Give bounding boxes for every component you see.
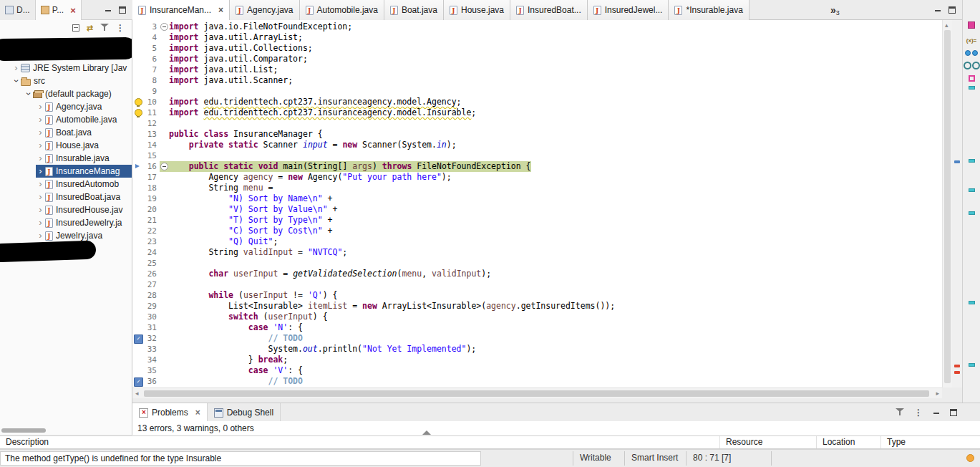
view-menu-icon[interactable]: [116, 23, 125, 33]
close-icon[interactable]: ×: [218, 6, 223, 14]
expand-arrow-icon[interactable]: ›: [11, 62, 21, 74]
filter-icon[interactable]: [896, 408, 904, 417]
tree-item-insurancemanag[interactable]: ›InsuranceManag: [36, 165, 132, 178]
column-header-type[interactable]: Type: [880, 436, 980, 448]
expand-arrow-icon[interactable]: ›: [36, 127, 45, 138]
scrollbar-thumb[interactable]: [144, 390, 929, 397]
close-icon[interactable]: ×: [70, 6, 76, 15]
column-header-resource[interactable]: Resource: [719, 436, 816, 448]
horizontal-scrollbar[interactable]: [0, 428, 132, 433]
annotation-marker[interactable]: [969, 86, 975, 90]
fold-space: [160, 322, 169, 333]
scroll-up-arrow[interactable]: ▴: [945, 20, 949, 30]
magenta-block-icon[interactable]: [968, 21, 975, 29]
breakpoints-icon[interactable]: [965, 50, 978, 56]
maximize-button[interactable]: [949, 6, 956, 14]
expand-arrow-icon[interactable]: ›: [36, 101, 45, 112]
tree-item-src[interactable]: ›src: [11, 74, 132, 87]
maximize-button[interactable]: [119, 6, 126, 14]
warn-marker-icon[interactable]: [132, 107, 143, 118]
magenta-outline-icon[interactable]: [969, 75, 975, 82]
expand-arrow-icon[interactable]: ›: [36, 153, 45, 164]
tab-overflow-chevron[interactable]: »3: [830, 0, 840, 20]
insert-mode-status[interactable]: Smart Insert: [624, 451, 686, 466]
column-header-description[interactable]: Description: [0, 436, 719, 448]
annotation-marker[interactable]: [969, 188, 975, 192]
editor-tab-insuredjewel[interactable]: InsuredJewel...: [588, 0, 669, 20]
scroll-right-arrow[interactable]: ▸: [936, 388, 939, 398]
notification-dot[interactable]: [966, 454, 974, 462]
tree-item-insuredautomob[interactable]: ›InsuredAutomob: [36, 178, 132, 191]
close-icon[interactable]: ×: [195, 408, 200, 417]
view-menu-icon[interactable]: [914, 408, 923, 418]
view-tab-debug-shell[interactable]: Debug Shell: [208, 403, 281, 422]
scrollbar-thumb[interactable]: [1, 428, 46, 433]
tree-item-insuredjewelry-ja[interactable]: ›InsuredJewelry.ja: [36, 216, 132, 229]
expand-arrow-icon[interactable]: ›: [36, 140, 45, 151]
scroll-left-arrow[interactable]: ◂: [135, 388, 139, 398]
task-marker-icon[interactable]: [132, 333, 143, 344]
expand-arrow-icon[interactable]: ›: [36, 178, 45, 190]
tree-item-agency-java[interactable]: ›Agency.java: [36, 100, 132, 113]
editor-vertical-scrollbar[interactable]: ▴: [942, 20, 952, 387]
maximize-button[interactable]: [950, 409, 957, 416]
tree-item-automobile-java[interactable]: ›Automobile.java: [36, 113, 132, 126]
fold-collapse-icon[interactable]: [160, 161, 169, 172]
link-with-editor-icon[interactable]: [87, 23, 93, 33]
project-tree[interactable]: ›JRE System Library [Jav›src›(default pa…: [0, 62, 132, 242]
tree-item-house-java[interactable]: ›House.java: [36, 139, 132, 152]
editor-tab-house-java[interactable]: House.java: [444, 0, 510, 20]
column-header-location[interactable]: Location: [816, 436, 880, 448]
line-number: 22: [143, 226, 160, 236]
expand-arrow-icon[interactable]: ›: [36, 217, 45, 228]
srcfolder-icon: [21, 79, 31, 86]
fold-space: [160, 32, 169, 43]
editor-tab-insurable-java[interactable]: *Insurable.java: [669, 0, 749, 20]
annotation-marker[interactable]: [969, 159, 975, 163]
annotation-marker[interactable]: [969, 301, 975, 304]
collapse-sash-arrow[interactable]: [422, 430, 431, 435]
editor-tab-insuranceman[interactable]: InsuranceMan...×: [132, 0, 230, 20]
warn-marker-icon[interactable]: [132, 97, 143, 107]
tree-item-jre-system-library-jav[interactable]: ›JRE System Library [Jav: [11, 62, 132, 74]
editor-tab-agency-java[interactable]: Agency.java: [230, 0, 299, 20]
tree-item-label: InsuredJewelry.ja: [56, 218, 122, 228]
code-line-29: 29 List<Insurable> itemList = new ArrayL…: [132, 301, 942, 312]
editor-horizontal-scrollbar[interactable]: ◂ ▸: [132, 387, 942, 398]
editor-tab-insuredboat[interactable]: InsuredBoat...: [510, 0, 588, 20]
overview-marker[interactable]: [954, 160, 960, 163]
editor-tab-automobile-java[interactable]: Automobile.java: [300, 0, 384, 20]
expand-arrow-icon[interactable]: ›: [36, 165, 45, 177]
code-text: import java.util.Collections;: [169, 43, 313, 54]
code-editor[interactable]: 3import java.io.FileNotFoundException;4i…: [132, 20, 942, 387]
tree-item-insuredhouse-jav[interactable]: ›InsuredHouse.jav: [36, 203, 132, 216]
editor-tab-boat-java[interactable]: Boat.java: [384, 0, 444, 20]
collapse-all-icon[interactable]: [72, 24, 79, 32]
overview-marker[interactable]: [954, 365, 960, 367]
expand-arrow-icon[interactable]: ›: [36, 204, 45, 216]
tree-item-insurable-java[interactable]: ›Insurable.java: [36, 152, 132, 165]
variables-icon[interactable]: [966, 34, 976, 44]
tree-item-default-package[interactable]: ›(default package): [24, 87, 132, 100]
minimize-button[interactable]: [934, 6, 941, 14]
minimize-button[interactable]: [105, 6, 112, 14]
task-marker-icon[interactable]: [132, 376, 143, 387]
scrollbar-thumb[interactable]: [944, 30, 951, 383]
expand-arrow-icon[interactable]: ›: [36, 191, 45, 203]
fold-space: [160, 172, 169, 183]
tree-item-insuredboat-java[interactable]: ›InsuredBoat.java: [36, 191, 132, 203]
annotation-marker[interactable]: [969, 363, 975, 367]
filter-icon[interactable]: [100, 24, 109, 32]
expand-arrow-icon[interactable]: ›: [36, 230, 45, 241]
annotation-marker[interactable]: [969, 211, 975, 215]
panel-tab-d[interactable]: D...: [0, 0, 36, 20]
overview-marker[interactable]: [954, 371, 960, 374]
panel-tab-p[interactable]: P...×: [36, 0, 82, 20]
fold-collapse-icon[interactable]: [160, 21, 169, 32]
arrow-marker-icon[interactable]: [132, 161, 143, 172]
expressions-icon[interactable]: [964, 62, 980, 69]
expand-arrow-icon[interactable]: ›: [36, 114, 45, 125]
minimize-button[interactable]: [933, 409, 940, 416]
view-tab-problems[interactable]: Problems×: [132, 403, 208, 422]
tree-item-boat-java[interactable]: ›Boat.java: [36, 126, 132, 139]
